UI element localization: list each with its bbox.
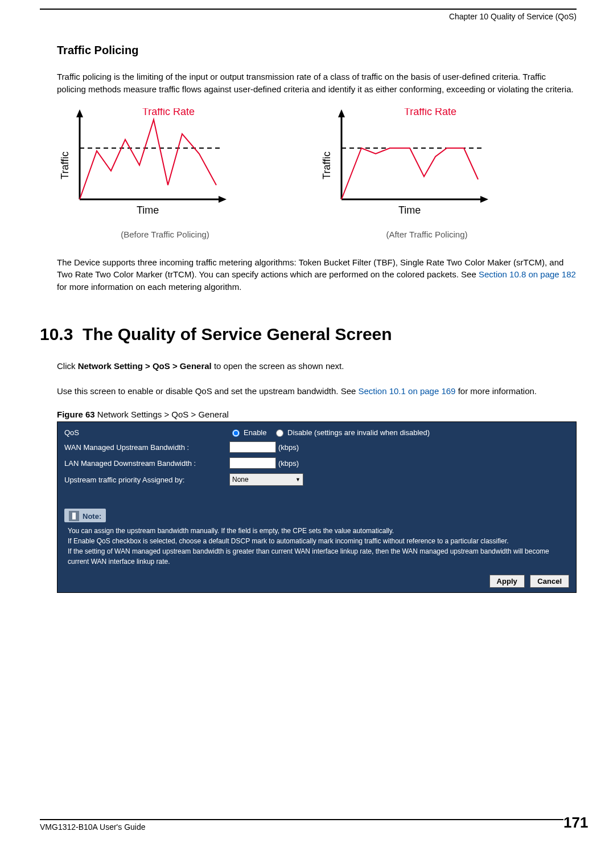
page-number: 171	[563, 814, 588, 832]
input-wan-bandwidth[interactable]	[229, 441, 276, 453]
rate-label: Traffic Rate	[404, 108, 456, 117]
note-body: You can assign the upstream bandwidth ma…	[68, 526, 569, 567]
rate-label: Traffic Rate	[142, 108, 195, 117]
unit-lan: (kbps)	[278, 459, 299, 468]
qos-general-screenshot: QoS Enable Disable (settings are invalid…	[57, 421, 577, 593]
radio-qos-disable[interactable]	[276, 429, 283, 437]
y-axis-label: Traffic	[321, 151, 332, 179]
label-lan-bandwidth: LAN Managed Downstream Bandwidth :	[64, 459, 229, 468]
label-wan-bandwidth: WAN Managed Upstream Bandwidth :	[64, 443, 229, 452]
svg-marker-8	[480, 196, 488, 203]
unit-wan: (kbps)	[278, 443, 299, 452]
diagram-after: Traffic Rate Traffic Time (After Traffic…	[319, 108, 535, 239]
input-lan-bandwidth[interactable]	[229, 457, 276, 469]
svg-marker-3	[219, 196, 227, 203]
label-enable: Enable	[244, 428, 266, 437]
radio-qos-enable[interactable]	[232, 429, 240, 437]
svg-marker-1	[76, 109, 83, 117]
para-use-screen: Use this screen to enable or disable QoS…	[57, 385, 577, 398]
svg-marker-6	[338, 109, 345, 117]
note-header: Note:	[64, 509, 106, 522]
chevron-down-icon: ▼	[295, 477, 301, 482]
caption-after: (After Traffic Policing)	[319, 230, 535, 239]
footer-guide: VMG1312-B10A User's Guide	[40, 822, 146, 832]
note-icon	[69, 511, 79, 521]
heading-traffic-policing: Traffic Policing	[57, 44, 577, 57]
cancel-button[interactable]: Cancel	[530, 575, 569, 588]
select-priority[interactable]: None ▼	[229, 473, 303, 486]
para-traffic-policing-intro: Traffic policing is the limiting of the …	[57, 71, 577, 96]
para-click-path: Click Network Setting > QoS > General to…	[57, 360, 577, 372]
y-axis-label: Traffic	[59, 151, 71, 179]
label-priority: Upstream traffic priority Assigned by:	[64, 476, 229, 484]
label-qos: QoS	[64, 428, 229, 437]
caption-before: (Before Traffic Policing)	[57, 230, 273, 239]
label-disable: Disable (settings are invalid when disab…	[287, 428, 430, 437]
x-axis-label: Time	[137, 204, 159, 216]
para-metering-algorithms: The Device supports three incoming traff…	[57, 256, 577, 293]
heading-10-3: 10.3 The Quality of Service General Scre…	[40, 325, 577, 344]
apply-button[interactable]: Apply	[489, 575, 525, 588]
link-section-10-1[interactable]: Section 10.1 on page 169	[358, 386, 455, 396]
x-axis-label: Time	[398, 204, 421, 216]
link-section-10-8[interactable]: Section 10.8 on page 182	[479, 269, 576, 279]
chapter-header: Chapter 10 Quality of Service (QoS)	[40, 12, 577, 21]
diagram-before: Traffic Rate Traffic Time (Before Traffi…	[57, 108, 273, 239]
figure-label: Figure 63 Network Settings > QoS > Gener…	[57, 410, 577, 419]
